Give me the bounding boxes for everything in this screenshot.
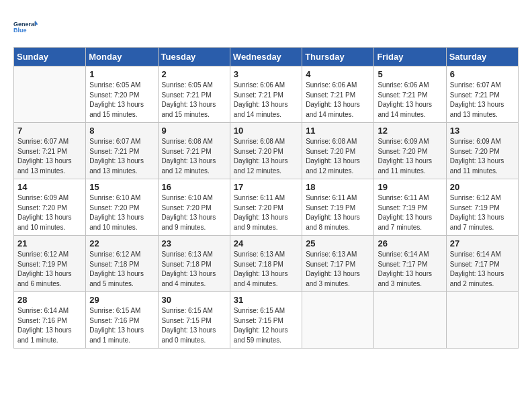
week-row-3: 14Sunrise: 6:09 AMSunset: 7:20 PMDayligh… [14,179,519,236]
cell-content: Sunrise: 6:09 AMSunset: 7:20 PMDaylight:… [450,137,515,176]
column-header-thursday: Thursday [302,48,374,66]
cell-content: Sunrise: 6:11 AMSunset: 7:20 PMDaylight:… [234,193,298,232]
calendar-cell: 3Sunrise: 6:06 AMSunset: 7:21 PMDaylight… [230,66,302,123]
cell-content: Sunrise: 6:07 AMSunset: 7:21 PMDaylight:… [89,137,154,176]
day-number: 20 [450,182,515,192]
calendar-cell [14,66,86,123]
column-header-saturday: Saturday [446,48,518,66]
day-number: 19 [378,182,442,192]
cell-content: Sunrise: 6:12 AMSunset: 7:19 PMDaylight:… [17,250,82,289]
cell-content: Sunrise: 6:05 AMSunset: 7:21 PMDaylight:… [162,81,226,120]
cell-content: Sunrise: 6:07 AMSunset: 7:21 PMDaylight:… [450,81,515,120]
svg-text:Blue: Blue [13,27,27,34]
calendar-table: SundayMondayTuesdayWednesdayThursdayFrid… [13,47,519,349]
day-number: 9 [162,126,226,136]
cell-content: Sunrise: 6:11 AMSunset: 7:19 PMDaylight:… [306,193,370,232]
day-number: 13 [450,126,515,136]
cell-content: Sunrise: 6:14 AMSunset: 7:17 PMDaylight:… [450,250,515,289]
calendar-cell: 13Sunrise: 6:09 AMSunset: 7:20 PMDayligh… [446,123,518,179]
day-number: 5 [378,69,442,79]
header: General Blue [13,13,519,40]
cell-content: Sunrise: 6:06 AMSunset: 7:21 PMDaylight:… [234,81,298,120]
day-number: 21 [17,238,82,248]
calendar-cell [374,292,446,349]
cell-content: Sunrise: 6:10 AMSunset: 7:20 PMDaylight:… [162,193,226,232]
day-number: 16 [162,182,226,192]
calendar-cell: 22Sunrise: 6:12 AMSunset: 7:18 PMDayligh… [86,236,158,292]
day-number: 26 [378,238,442,248]
calendar-cell: 7Sunrise: 6:07 AMSunset: 7:21 PMDaylight… [14,123,86,179]
cell-content: Sunrise: 6:14 AMSunset: 7:16 PMDaylight:… [17,306,82,345]
day-number: 25 [306,238,370,248]
day-number: 27 [450,238,515,248]
calendar-cell: 26Sunrise: 6:14 AMSunset: 7:17 PMDayligh… [374,236,446,292]
calendar-cell: 29Sunrise: 6:15 AMSunset: 7:16 PMDayligh… [86,292,158,349]
day-number: 7 [17,126,82,136]
week-row-5: 28Sunrise: 6:14 AMSunset: 7:16 PMDayligh… [14,292,519,349]
day-number: 14 [17,182,82,192]
week-row-1: 1Sunrise: 6:05 AMSunset: 7:20 PMDaylight… [14,66,519,123]
calendar-cell: 15Sunrise: 6:10 AMSunset: 7:20 PMDayligh… [86,179,158,236]
cell-content: Sunrise: 6:11 AMSunset: 7:19 PMDaylight:… [378,193,442,232]
calendar-cell: 12Sunrise: 6:09 AMSunset: 7:20 PMDayligh… [374,123,446,179]
cell-content: Sunrise: 6:15 AMSunset: 7:15 PMDaylight:… [162,306,226,345]
cell-content: Sunrise: 6:08 AMSunset: 7:21 PMDaylight:… [162,137,226,176]
day-number: 8 [89,126,154,136]
week-row-2: 7Sunrise: 6:07 AMSunset: 7:21 PMDaylight… [14,123,519,179]
cell-content: Sunrise: 6:14 AMSunset: 7:17 PMDaylight:… [378,250,442,289]
calendar-cell: 21Sunrise: 6:12 AMSunset: 7:19 PMDayligh… [14,236,86,292]
day-number: 2 [162,69,226,79]
day-number: 28 [17,295,82,305]
cell-content: Sunrise: 6:08 AMSunset: 7:20 PMDaylight:… [234,137,298,176]
column-header-wednesday: Wednesday [230,48,302,66]
cell-content: Sunrise: 6:10 AMSunset: 7:20 PMDaylight:… [89,193,154,232]
cell-content: Sunrise: 6:13 AMSunset: 7:18 PMDaylight:… [162,250,226,289]
calendar-cell: 30Sunrise: 6:15 AMSunset: 7:15 PMDayligh… [158,292,230,349]
day-number: 18 [306,182,370,192]
day-number: 17 [234,182,298,192]
svg-text:General: General [13,21,36,28]
calendar-cell: 19Sunrise: 6:11 AMSunset: 7:19 PMDayligh… [374,179,446,236]
calendar-cell: 9Sunrise: 6:08 AMSunset: 7:21 PMDaylight… [158,123,230,179]
calendar-cell: 18Sunrise: 6:11 AMSunset: 7:19 PMDayligh… [302,179,374,236]
cell-content: Sunrise: 6:05 AMSunset: 7:20 PMDaylight:… [89,81,154,120]
cell-content: Sunrise: 6:07 AMSunset: 7:21 PMDaylight:… [17,137,82,176]
day-number: 11 [306,126,370,136]
day-number: 23 [162,238,226,248]
calendar-cell: 31Sunrise: 6:15 AMSunset: 7:15 PMDayligh… [230,292,302,349]
cell-content: Sunrise: 6:12 AMSunset: 7:19 PMDaylight:… [450,193,515,232]
day-number: 1 [89,69,154,79]
day-number: 6 [450,69,515,79]
week-row-4: 21Sunrise: 6:12 AMSunset: 7:19 PMDayligh… [14,236,519,292]
calendar-cell: 24Sunrise: 6:13 AMSunset: 7:18 PMDayligh… [230,236,302,292]
calendar-cell: 5Sunrise: 6:06 AMSunset: 7:21 PMDaylight… [374,66,446,123]
day-number: 3 [234,69,298,79]
calendar-cell: 8Sunrise: 6:07 AMSunset: 7:21 PMDaylight… [86,123,158,179]
column-header-friday: Friday [374,48,446,66]
cell-content: Sunrise: 6:15 AMSunset: 7:15 PMDaylight:… [234,306,298,345]
calendar-cell: 16Sunrise: 6:10 AMSunset: 7:20 PMDayligh… [158,179,230,236]
calendar-cell: 14Sunrise: 6:09 AMSunset: 7:20 PMDayligh… [14,179,86,236]
calendar-cell: 28Sunrise: 6:14 AMSunset: 7:16 PMDayligh… [14,292,86,349]
day-number: 12 [378,126,442,136]
cell-content: Sunrise: 6:06 AMSunset: 7:21 PMDaylight:… [306,81,370,120]
day-number: 15 [89,182,154,192]
cell-content: Sunrise: 6:08 AMSunset: 7:20 PMDaylight:… [306,137,370,176]
cell-content: Sunrise: 6:06 AMSunset: 7:21 PMDaylight:… [378,81,442,120]
calendar-cell: 17Sunrise: 6:11 AMSunset: 7:20 PMDayligh… [230,179,302,236]
day-number: 29 [89,295,154,305]
day-number: 30 [162,295,226,305]
cell-content: Sunrise: 6:15 AMSunset: 7:16 PMDaylight:… [89,306,154,345]
day-number: 4 [306,69,370,79]
cell-content: Sunrise: 6:13 AMSunset: 7:18 PMDaylight:… [234,250,298,289]
day-number: 22 [89,238,154,248]
column-header-sunday: Sunday [14,48,86,66]
logo-svg: General Blue [13,13,38,40]
column-header-tuesday: Tuesday [158,48,230,66]
logo: General Blue [13,13,38,40]
cell-content: Sunrise: 6:13 AMSunset: 7:17 PMDaylight:… [306,250,370,289]
cell-content: Sunrise: 6:12 AMSunset: 7:18 PMDaylight:… [89,250,154,289]
cell-content: Sunrise: 6:09 AMSunset: 7:20 PMDaylight:… [378,137,442,176]
cell-content: Sunrise: 6:09 AMSunset: 7:20 PMDaylight:… [17,193,82,232]
day-number: 24 [234,238,298,248]
